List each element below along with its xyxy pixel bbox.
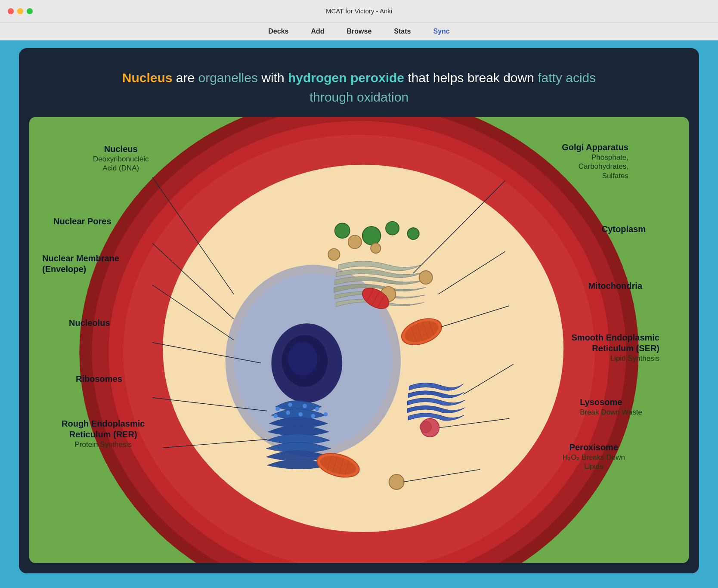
- word-through-oxidation: through oxidation: [309, 90, 409, 104]
- svg-point-16: [298, 412, 303, 417]
- label-nuclear-membrane: Nuclear Membrane(Envelope): [42, 253, 119, 275]
- label-lysosome: Lysosome Break Down Waste: [580, 397, 642, 417]
- svg-point-11: [288, 402, 292, 407]
- word-hydrogen-peroxide: hydrogen peroxide: [288, 71, 404, 85]
- svg-point-37: [328, 249, 340, 260]
- svg-point-40: [371, 243, 381, 253]
- main-content: Nucleus are organelles with hydrogen per…: [0, 40, 718, 588]
- flashcard: Nucleus are organelles with hydrogen per…: [19, 48, 699, 573]
- label-nucleolus: Nucleolus: [69, 318, 110, 328]
- svg-point-15: [286, 411, 290, 415]
- minimize-button[interactable]: [17, 8, 23, 14]
- label-rer: Rough EndoplasmicReticulum (RER) Protein…: [62, 418, 145, 449]
- question-line2: through oxidation: [55, 87, 663, 107]
- close-button[interactable]: [8, 8, 14, 14]
- label-nucleus: Nucleus DeoxyribonucleicAcid (DNA): [93, 144, 149, 173]
- svg-point-39: [389, 474, 404, 489]
- svg-point-31: [362, 226, 381, 245]
- svg-point-42: [420, 421, 432, 433]
- svg-point-12: [303, 404, 307, 408]
- word-peroxisomes: Nucleus: [122, 71, 173, 85]
- svg-point-36: [419, 271, 433, 284]
- menu-browse[interactable]: Browse: [344, 26, 375, 37]
- menu-sync[interactable]: Sync: [430, 26, 453, 37]
- cell-diagram: Nucleus DeoxyribonucleicAcid (DNA) Nucle…: [29, 117, 689, 563]
- menu-add[interactable]: Add: [307, 26, 328, 37]
- label-golgi: Golgi Apparatus Phosphate,Carbohydrates,…: [562, 142, 628, 180]
- svg-point-33: [407, 228, 419, 239]
- label-peroxisome: Peroxisome H₂O₂ Breaks DownLipids: [563, 442, 625, 471]
- menu-decks[interactable]: Decks: [265, 26, 292, 37]
- menubar: Decks Add Browse Stats Sync: [0, 22, 718, 40]
- menu-stats[interactable]: Stats: [390, 26, 414, 37]
- question-line1: Nucleus are organelles with hydrogen per…: [55, 68, 663, 87]
- svg-point-13: [315, 407, 319, 411]
- word-organelles: organelles: [198, 71, 257, 85]
- svg-point-18: [324, 412, 328, 417]
- svg-point-32: [386, 222, 399, 235]
- window-title: MCAT for Victory - Anki: [326, 7, 392, 15]
- svg-point-9: [288, 342, 317, 376]
- question-area: Nucleus are organelles with hydrogen per…: [29, 60, 689, 117]
- window-controls[interactable]: [8, 8, 33, 14]
- svg-point-38: [348, 235, 362, 249]
- label-mitochondria: Mitochondria: [588, 281, 642, 291]
- maximize-button[interactable]: [27, 8, 33, 14]
- titlebar: MCAT for Victory - Anki: [0, 0, 718, 22]
- svg-point-17: [311, 414, 315, 418]
- label-nuclear-pores: Nuclear Pores: [53, 216, 111, 227]
- label-ser: Smooth EndoplasmicReticulum (SER) Lipid …: [572, 332, 659, 363]
- label-ribosomes: Ribosomes: [76, 374, 122, 384]
- svg-point-14: [273, 414, 278, 418]
- svg-point-34: [335, 223, 350, 238]
- word-fatty-acids: fatty acids: [538, 71, 596, 85]
- svg-point-10: [275, 407, 280, 411]
- label-cytoplasm: Cytoplasm: [602, 224, 646, 235]
